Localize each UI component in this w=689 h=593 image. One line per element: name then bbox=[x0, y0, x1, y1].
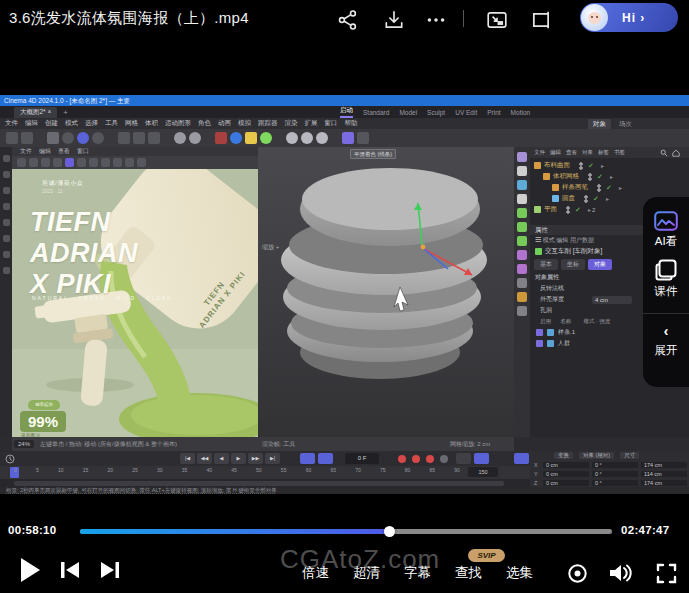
c4d-menu-item[interactable]: 选择 bbox=[85, 119, 98, 128]
axis-z-icon[interactable] bbox=[148, 132, 160, 144]
rotation-field[interactable]: 0 ° bbox=[592, 471, 638, 477]
annotate-icon[interactable] bbox=[89, 158, 98, 167]
frame-ruler[interactable]: 051015202530354045505560657075808590 150 bbox=[0, 466, 530, 479]
rotation-field[interactable]: 0 ° bbox=[592, 462, 638, 468]
attribute-value-field[interactable] bbox=[592, 288, 632, 290]
c4d-menu-item[interactable]: 文件 bbox=[5, 119, 18, 128]
pen-tool-icon[interactable] bbox=[316, 132, 328, 144]
c4d-viewport[interactable]: 平滑着色 (线条) 缩放 + bbox=[258, 147, 514, 437]
environment-icon[interactable] bbox=[260, 132, 272, 144]
transport-button[interactable]: ▶ bbox=[231, 453, 246, 464]
create-tool-icon[interactable] bbox=[517, 152, 527, 162]
c4d-menu-item[interactable]: 编辑 bbox=[25, 119, 38, 128]
object-manager-menu-item[interactable]: 对象 bbox=[582, 149, 593, 156]
object-manager-menu-item[interactable]: 查看 bbox=[566, 149, 577, 156]
player-menu-item[interactable]: 选集 bbox=[506, 564, 533, 582]
deformer-icon[interactable] bbox=[357, 132, 369, 144]
visibility-dots[interactable] bbox=[597, 184, 601, 192]
ai-view-label[interactable]: AI看 bbox=[655, 234, 677, 249]
object-manager-menu-item[interactable]: 书签 bbox=[614, 149, 625, 156]
picture-viewer-menu-item[interactable]: 文件 bbox=[20, 147, 32, 156]
create-tool-icon[interactable] bbox=[517, 194, 527, 204]
record-position-icon[interactable] bbox=[398, 455, 406, 463]
autokey-icon[interactable] bbox=[474, 453, 489, 464]
c4d-menu-item[interactable]: 网格 bbox=[125, 119, 138, 128]
c4d-layout-tab[interactable]: Motion bbox=[511, 109, 531, 116]
transport-button[interactable]: ◀◀ bbox=[197, 453, 212, 464]
picture-in-picture-icon[interactable] bbox=[486, 9, 508, 31]
download-icon[interactable] bbox=[383, 9, 405, 31]
size-field[interactable]: 114 cm bbox=[641, 471, 687, 477]
player-menu-item[interactable]: 倍速 bbox=[302, 564, 329, 582]
current-frame-field[interactable]: 0 F bbox=[345, 453, 379, 464]
size-field[interactable]: 174 cm bbox=[641, 480, 687, 486]
c4d-menu-item[interactable]: 渲染 bbox=[285, 119, 298, 128]
ai-view-icon[interactable] bbox=[654, 211, 678, 231]
expand-label[interactable]: 展开 bbox=[655, 343, 678, 358]
material-icon[interactable] bbox=[245, 132, 257, 144]
player-menu-item[interactable]: 查找 bbox=[455, 564, 482, 582]
scale-tool-icon[interactable] bbox=[77, 132, 89, 144]
progress-handle[interactable] bbox=[384, 526, 395, 537]
position-field[interactable]: 0 cm bbox=[543, 480, 589, 486]
disc-stack-model[interactable] bbox=[281, 168, 487, 379]
attribute-tab[interactable]: 对象 bbox=[588, 259, 612, 270]
coordinates-header-item[interactable]: 变换 bbox=[554, 452, 573, 459]
rotate-tool-icon[interactable] bbox=[92, 132, 104, 144]
create-tool-icon[interactable] bbox=[517, 278, 527, 288]
enable-check-icon[interactable] bbox=[593, 195, 599, 203]
cube-primitive-icon[interactable] bbox=[301, 132, 313, 144]
record-parameter-icon[interactable] bbox=[440, 455, 448, 463]
create-tool-icon[interactable] bbox=[517, 208, 527, 218]
sphere-primitive-icon[interactable] bbox=[286, 132, 298, 144]
picture-viewer-menu-item[interactable]: 查看 bbox=[58, 147, 70, 156]
undo-icon[interactable] bbox=[6, 132, 18, 144]
position-field[interactable]: 0 cm bbox=[543, 471, 589, 477]
enable-check-icon[interactable] bbox=[606, 184, 612, 192]
filter-icon[interactable] bbox=[113, 158, 122, 167]
coordinates-header-item[interactable]: 对象 (相对) bbox=[579, 452, 614, 459]
attribute-tab[interactable]: 坐标 bbox=[561, 259, 585, 270]
fullscreen-icon[interactable] bbox=[656, 563, 677, 584]
size-field[interactable]: 174 cm bbox=[641, 462, 687, 468]
create-tool-icon[interactable] bbox=[517, 222, 527, 232]
c4d-layout-tab[interactable]: Print bbox=[487, 109, 500, 116]
render-settings-icon[interactable] bbox=[230, 132, 242, 144]
render-view-icon[interactable] bbox=[215, 132, 227, 144]
record-scale-icon[interactable] bbox=[412, 455, 420, 463]
coordinate-system-icon[interactable] bbox=[174, 132, 186, 144]
transport-button[interactable]: ◀ bbox=[214, 453, 229, 464]
object-item[interactable]: 布料曲面 bbox=[530, 160, 689, 171]
redo-icon[interactable] bbox=[21, 132, 33, 144]
visibility-dots[interactable] bbox=[579, 162, 583, 170]
c4d-menu-item[interactable]: 工具 bbox=[105, 119, 118, 128]
mograph-icon[interactable] bbox=[342, 132, 354, 144]
create-tool-icon[interactable] bbox=[517, 292, 527, 302]
picture-viewer-menu-item[interactable]: 窗口 bbox=[77, 147, 89, 156]
ab-compare-icon[interactable] bbox=[65, 158, 74, 167]
player-menu-item[interactable]: 字幕 bbox=[404, 564, 431, 582]
timeline-expand-icon[interactable] bbox=[514, 453, 529, 464]
create-tool-icon[interactable] bbox=[517, 166, 527, 176]
c4d-mode-palette[interactable] bbox=[0, 147, 12, 437]
select-tool-icon[interactable] bbox=[47, 132, 59, 144]
enable-checkbox[interactable] bbox=[536, 329, 543, 336]
c4d-menu-item[interactable]: 体积 bbox=[145, 119, 158, 128]
c4d-layout-tab[interactable]: Model bbox=[399, 109, 417, 116]
player-menu-item[interactable]: 超清 bbox=[353, 564, 380, 582]
c4d-menu-item[interactable]: 动画 bbox=[218, 119, 231, 128]
picture-viewer-menu-item[interactable]: 编辑 bbox=[39, 147, 51, 156]
grid-icon[interactable] bbox=[125, 158, 134, 167]
volume-icon[interactable] bbox=[608, 561, 633, 585]
position-field[interactable]: 0 cm bbox=[543, 462, 589, 468]
text-icon[interactable] bbox=[101, 158, 110, 167]
loop-toggle-icon[interactable] bbox=[300, 453, 315, 464]
more-icon[interactable] bbox=[425, 9, 447, 31]
create-tool-icon[interactable] bbox=[517, 236, 527, 246]
c4d-menu-item[interactable]: 运动图形 bbox=[165, 119, 191, 128]
create-tool-icon[interactable] bbox=[517, 306, 527, 316]
enable-check-icon[interactable] bbox=[588, 162, 594, 170]
rotation-field[interactable]: 0 ° bbox=[592, 480, 638, 486]
zoom-icon[interactable] bbox=[41, 158, 50, 167]
record-rotation-icon[interactable] bbox=[426, 455, 434, 463]
